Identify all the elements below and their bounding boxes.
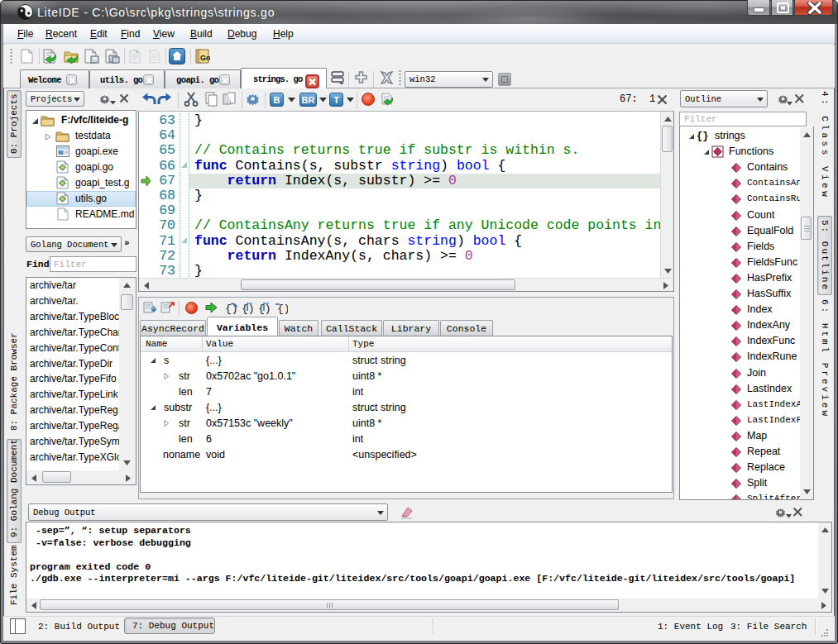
svg-text:Go: Go xyxy=(200,54,210,62)
svg-text:{): {) xyxy=(242,303,255,314)
svg-text:{): {) xyxy=(258,303,271,314)
